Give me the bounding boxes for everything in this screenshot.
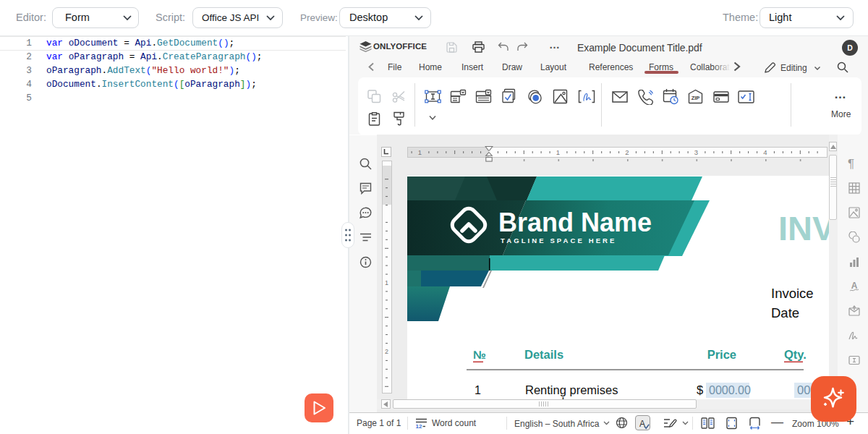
svg-text:4: 4 bbox=[763, 148, 767, 156]
svg-text:2: 2 bbox=[625, 148, 629, 156]
svg-text:Price: Price bbox=[707, 348, 736, 361]
svg-text:A: A bbox=[851, 281, 858, 291]
svg-text:INVOICE: INVOICE bbox=[778, 209, 829, 247]
svg-text:1: 1 bbox=[418, 148, 422, 156]
svg-text:ZIP: ZIP bbox=[692, 95, 700, 101]
svg-text:1: 1 bbox=[475, 384, 481, 396]
svg-text:TAGLINE SPACE HERE: TAGLINE SPACE HERE bbox=[501, 237, 617, 244]
svg-text:1: 1 bbox=[385, 279, 388, 286]
svg-text:Invoice: Invoice bbox=[771, 286, 814, 301]
svg-text:Brand Name: Brand Name bbox=[498, 208, 652, 237]
svg-text:12: 12 bbox=[416, 423, 422, 429]
svg-text:№: № bbox=[473, 349, 486, 361]
svg-text:Details: Details bbox=[524, 348, 563, 361]
svg-text:Date: Date bbox=[771, 305, 799, 320]
svg-text:2: 2 bbox=[385, 348, 388, 355]
svg-text:1: 1 bbox=[556, 148, 560, 156]
svg-text:Qty.: Qty. bbox=[784, 348, 807, 361]
svg-text:3: 3 bbox=[694, 148, 698, 156]
svg-text:$: $ bbox=[697, 383, 703, 396]
svg-text:0000.00: 0000.00 bbox=[709, 384, 751, 396]
svg-text:Renting premises: Renting premises bbox=[525, 383, 618, 396]
